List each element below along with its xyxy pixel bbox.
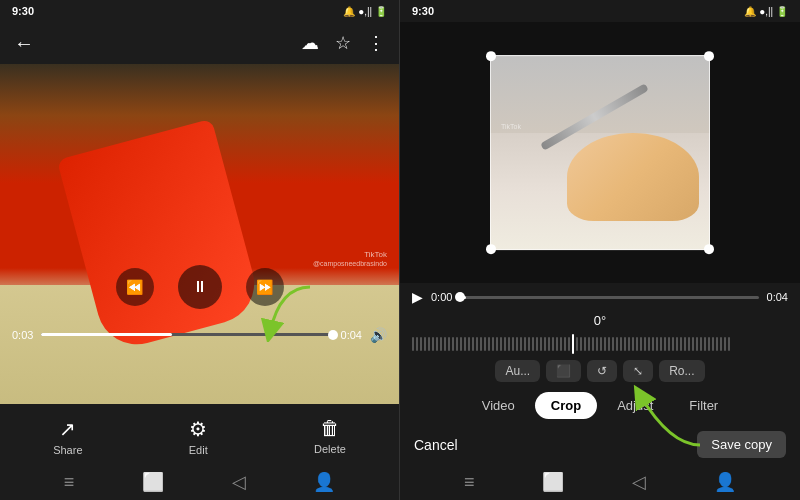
top-bar-right-icons: ☁ ☆ ⋮ — [301, 32, 385, 54]
scrub-tick — [520, 337, 522, 351]
scrub-tick — [688, 337, 690, 351]
scrub-tick — [596, 337, 598, 351]
scrub-tick — [664, 337, 666, 351]
rotation-row: 0° — [412, 309, 788, 332]
tab-crop[interactable]: Crop — [535, 392, 597, 419]
scrub-tick — [548, 337, 550, 351]
tab-filter[interactable]: Filter — [673, 392, 734, 419]
tool-more[interactable]: Ro... — [659, 360, 704, 382]
nav-home-icon[interactable]: ⬜ — [142, 471, 164, 493]
scrub-tick — [428, 337, 430, 351]
scrub-tick — [488, 337, 490, 351]
save-copy-button[interactable]: Save copy — [697, 431, 786, 458]
cancel-button[interactable]: Cancel — [414, 437, 458, 453]
volume-icon[interactable]: 🔊 — [370, 327, 387, 343]
forward-button[interactable]: ⏩ — [246, 268, 284, 306]
scrub-tick — [552, 337, 554, 351]
right-end-time: 0:04 — [767, 291, 788, 303]
scrubber-row[interactable]: // will be rendered by the template loop… — [412, 332, 788, 356]
scrub-tick — [660, 337, 662, 351]
scrub-tick — [668, 337, 670, 351]
scrub-tick — [476, 337, 478, 351]
scrub-tick — [592, 337, 594, 351]
scrub-tick — [484, 337, 486, 351]
nav-profile-icon[interactable]: 👤 — [313, 471, 335, 493]
video-controls-overlay: ⏪ ⏸ ⏩ — [116, 265, 284, 309]
scrub-tick — [456, 337, 458, 351]
tab-adjust[interactable]: Adjust — [601, 392, 669, 419]
tool-frame[interactable]: ⬛ — [546, 360, 581, 382]
scrub-tick — [452, 337, 454, 351]
scrub-tick — [508, 337, 510, 351]
scrub-tick — [708, 337, 710, 351]
scrub-tick — [624, 337, 626, 351]
tool-rotate[interactable]: ↺ — [587, 360, 617, 382]
pause-button[interactable]: ⏸ — [178, 265, 222, 309]
tools-row: Au... ⬛ ↺ ⤡ Ro... — [400, 356, 800, 386]
tab-video[interactable]: Video — [466, 392, 531, 419]
scrub-tick — [640, 337, 642, 351]
crop-corner-tl[interactable] — [486, 51, 496, 61]
progress-bar[interactable] — [41, 333, 332, 336]
end-time: 0:04 — [341, 329, 362, 341]
scrub-tick — [564, 337, 566, 351]
scrub-tick — [436, 337, 438, 351]
scrub-tick — [472, 337, 474, 351]
right-phone-panel: 9:30 🔔 ●,|| 🔋 TikTok — [400, 0, 800, 500]
scrub-tick — [544, 337, 546, 351]
right-nav-menu-icon[interactable]: ≡ — [464, 472, 475, 493]
edit-tabs: Video Crop Adjust Filter — [400, 386, 800, 425]
back-button[interactable]: ← — [14, 32, 34, 55]
scrub-tick — [632, 337, 634, 351]
tool-audio[interactable]: Au... — [495, 360, 540, 382]
left-status-time: 9:30 — [12, 5, 34, 17]
scrub-tick — [676, 337, 678, 351]
right-bottom-bar: Cancel Save copy — [400, 425, 800, 464]
scrub-tick — [584, 337, 586, 351]
crop-corner-bl[interactable] — [486, 244, 496, 254]
scrub-tick — [572, 334, 574, 354]
scrub-tick — [616, 337, 618, 351]
progress-dot — [328, 330, 338, 340]
scrub-tick — [720, 337, 722, 351]
right-timeline-bar[interactable] — [460, 296, 758, 299]
scrub-tick — [608, 337, 610, 351]
edit-icon: ⚙ — [189, 417, 207, 441]
right-nav-home-icon[interactable]: ⬜ — [542, 471, 564, 493]
star-icon[interactable]: ☆ — [335, 32, 351, 54]
left-phone-panel: 9:30 🔔 ●,|| 🔋 ← ☁ ☆ ⋮ TikTok@camposneedb… — [0, 0, 400, 500]
scrub-tick — [728, 337, 730, 351]
delete-icon: 🗑 — [320, 417, 340, 440]
right-nav-profile-icon[interactable]: 👤 — [714, 471, 736, 493]
scrub-tick — [620, 337, 622, 351]
tool-crop-resize[interactable]: ⤡ — [623, 360, 653, 382]
upload-icon[interactable]: ☁ — [301, 32, 319, 54]
scrub-tick — [432, 337, 434, 351]
scrub-tick — [512, 337, 514, 351]
scrub-tick — [700, 337, 702, 351]
right-status-time: 9:30 — [412, 5, 434, 17]
right-play-button[interactable]: ▶ — [412, 289, 423, 305]
more-icon[interactable]: ⋮ — [367, 32, 385, 54]
scrub-tick — [580, 337, 582, 351]
crop-corner-br[interactable] — [704, 244, 714, 254]
nav-menu-icon[interactable]: ≡ — [64, 472, 75, 493]
left-video-area: TikTok@camposneedbrasindo ⏪ ⏸ ⏩ 0:03 0:0… — [0, 64, 399, 404]
crop-frame — [490, 55, 710, 251]
nav-back-icon[interactable]: ◁ — [232, 471, 246, 493]
rewind-button[interactable]: ⏪ — [116, 268, 154, 306]
scrub-tick — [724, 337, 726, 351]
scrub-tick — [604, 337, 606, 351]
share-button[interactable]: ↗ Share — [53, 417, 82, 456]
scrub-tick — [444, 337, 446, 351]
right-nav-back-icon[interactable]: ◁ — [632, 471, 646, 493]
edit-label: Edit — [189, 444, 208, 456]
edit-button[interactable]: ⚙ Edit — [189, 417, 208, 456]
delete-button[interactable]: 🗑 Delete — [314, 417, 346, 455]
crop-corner-tr[interactable] — [704, 51, 714, 61]
scrub-tick — [656, 337, 658, 351]
scrub-tick — [636, 337, 638, 351]
right-video-area: TikTok — [400, 22, 800, 283]
scrub-tick — [704, 337, 706, 351]
left-tiktok-watermark: TikTok@camposneedbrasindo — [313, 250, 387, 268]
